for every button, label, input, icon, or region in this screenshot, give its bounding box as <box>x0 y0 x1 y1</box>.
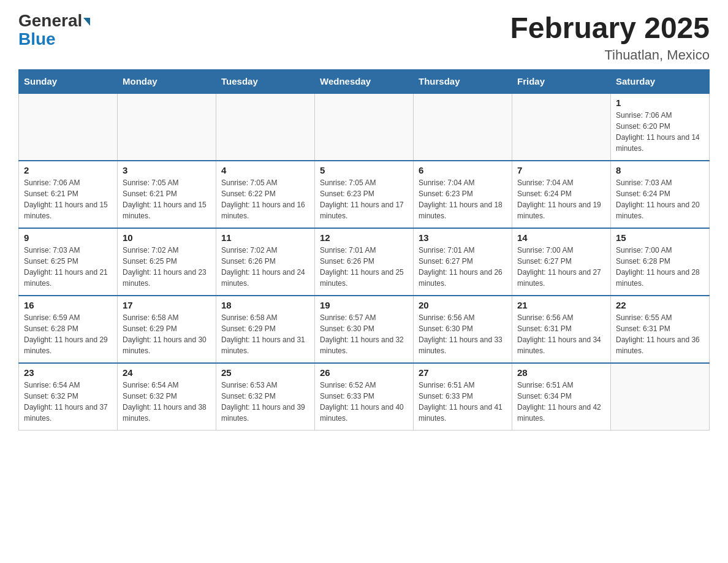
table-row: 25Sunrise: 6:53 AM Sunset: 6:32 PM Dayli… <box>216 363 315 431</box>
day-number: 7 <box>517 165 605 175</box>
calendar-table: Sunday Monday Tuesday Wednesday Thursday… <box>18 69 710 431</box>
day-number: 26 <box>320 367 408 378</box>
table-row: 23Sunrise: 6:54 AM Sunset: 6:32 PM Dayli… <box>19 363 118 431</box>
title-block: February 2025 Tihuatlan, Mexico <box>510 12 710 63</box>
calendar-week-row: 2Sunrise: 7:06 AM Sunset: 6:21 PM Daylig… <box>19 161 710 228</box>
day-number: 19 <box>320 300 408 310</box>
day-number: 1 <box>616 98 704 108</box>
table-row: 11Sunrise: 7:02 AM Sunset: 6:26 PM Dayli… <box>216 228 315 296</box>
table-row: 6Sunrise: 7:04 AM Sunset: 6:23 PM Daylig… <box>414 161 512 228</box>
calendar-week-row: 9Sunrise: 7:03 AM Sunset: 6:25 PM Daylig… <box>19 228 710 296</box>
table-row: 27Sunrise: 6:51 AM Sunset: 6:33 PM Dayli… <box>414 363 512 431</box>
table-row: 24Sunrise: 6:54 AM Sunset: 6:32 PM Dayli… <box>118 363 216 431</box>
day-number: 16 <box>24 300 112 310</box>
day-number: 21 <box>517 300 605 310</box>
col-sunday: Sunday <box>19 69 118 93</box>
col-wednesday: Wednesday <box>315 69 414 93</box>
table-row: 7Sunrise: 7:04 AM Sunset: 6:24 PM Daylig… <box>512 161 611 228</box>
day-number: 18 <box>221 300 309 310</box>
table-row <box>315 93 414 161</box>
table-row: 13Sunrise: 7:01 AM Sunset: 6:27 PM Dayli… <box>414 228 512 296</box>
day-info: Sunrise: 7:02 AM Sunset: 6:26 PM Dayligh… <box>221 245 309 289</box>
month-title: February 2025 <box>510 12 710 45</box>
table-row: 19Sunrise: 6:57 AM Sunset: 6:30 PM Dayli… <box>315 296 414 363</box>
table-row: 18Sunrise: 6:58 AM Sunset: 6:29 PM Dayli… <box>216 296 315 363</box>
calendar-header-row: Sunday Monday Tuesday Wednesday Thursday… <box>19 69 710 93</box>
day-info: Sunrise: 6:51 AM Sunset: 6:34 PM Dayligh… <box>517 380 605 424</box>
day-number: 14 <box>517 232 605 243</box>
day-number: 25 <box>221 367 309 378</box>
day-info: Sunrise: 7:03 AM Sunset: 6:25 PM Dayligh… <box>24 245 112 289</box>
day-info: Sunrise: 6:59 AM Sunset: 6:28 PM Dayligh… <box>24 312 112 356</box>
day-number: 5 <box>320 165 408 175</box>
table-row: 28Sunrise: 6:51 AM Sunset: 6:34 PM Dayli… <box>512 363 611 431</box>
table-row: 14Sunrise: 7:00 AM Sunset: 6:27 PM Dayli… <box>512 228 611 296</box>
day-number: 27 <box>419 367 507 378</box>
table-row <box>118 93 216 161</box>
day-info: Sunrise: 7:06 AM Sunset: 6:20 PM Dayligh… <box>616 110 704 154</box>
col-saturday: Saturday <box>611 69 710 93</box>
table-row: 17Sunrise: 6:58 AM Sunset: 6:29 PM Dayli… <box>118 296 216 363</box>
day-info: Sunrise: 7:00 AM Sunset: 6:27 PM Dayligh… <box>517 245 605 289</box>
col-friday: Friday <box>512 69 611 93</box>
day-info: Sunrise: 6:56 AM Sunset: 6:30 PM Dayligh… <box>419 312 507 356</box>
day-number: 15 <box>616 232 704 243</box>
day-number: 10 <box>123 232 211 243</box>
day-number: 17 <box>123 300 211 310</box>
table-row: 16Sunrise: 6:59 AM Sunset: 6:28 PM Dayli… <box>19 296 118 363</box>
day-info: Sunrise: 6:54 AM Sunset: 6:32 PM Dayligh… <box>123 380 211 424</box>
day-number: 12 <box>320 232 408 243</box>
logo-general: General <box>18 11 82 30</box>
day-info: Sunrise: 7:01 AM Sunset: 6:27 PM Dayligh… <box>419 245 507 289</box>
page-header: General Blue February 2025 Tihuatlan, Me… <box>18 12 710 63</box>
table-row: 8Sunrise: 7:03 AM Sunset: 6:24 PM Daylig… <box>611 161 710 228</box>
table-row: 3Sunrise: 7:05 AM Sunset: 6:21 PM Daylig… <box>118 161 216 228</box>
table-row: 21Sunrise: 6:56 AM Sunset: 6:31 PM Dayli… <box>512 296 611 363</box>
col-thursday: Thursday <box>414 69 512 93</box>
day-info: Sunrise: 7:04 AM Sunset: 6:24 PM Dayligh… <box>517 177 605 221</box>
table-row: 12Sunrise: 7:01 AM Sunset: 6:26 PM Dayli… <box>315 228 414 296</box>
day-info: Sunrise: 6:53 AM Sunset: 6:32 PM Dayligh… <box>221 380 309 424</box>
day-info: Sunrise: 7:05 AM Sunset: 6:23 PM Dayligh… <box>320 177 408 221</box>
col-tuesday: Tuesday <box>216 69 315 93</box>
day-info: Sunrise: 6:58 AM Sunset: 6:29 PM Dayligh… <box>123 312 211 356</box>
day-info: Sunrise: 6:55 AM Sunset: 6:31 PM Dayligh… <box>616 312 704 356</box>
day-info: Sunrise: 7:06 AM Sunset: 6:21 PM Dayligh… <box>24 177 112 221</box>
table-row: 4Sunrise: 7:05 AM Sunset: 6:22 PM Daylig… <box>216 161 315 228</box>
day-number: 20 <box>419 300 507 310</box>
table-row <box>216 93 315 161</box>
day-number: 22 <box>616 300 704 310</box>
day-info: Sunrise: 6:57 AM Sunset: 6:30 PM Dayligh… <box>320 312 408 356</box>
logo-triangle-icon <box>83 18 90 26</box>
table-row: 2Sunrise: 7:06 AM Sunset: 6:21 PM Daylig… <box>19 161 118 228</box>
logo-blue: Blue <box>18 29 56 49</box>
table-row: 20Sunrise: 6:56 AM Sunset: 6:30 PM Dayli… <box>414 296 512 363</box>
table-row: 15Sunrise: 7:00 AM Sunset: 6:28 PM Dayli… <box>611 228 710 296</box>
day-number: 3 <box>123 165 211 175</box>
table-row: 26Sunrise: 6:52 AM Sunset: 6:33 PM Dayli… <box>315 363 414 431</box>
table-row: 5Sunrise: 7:05 AM Sunset: 6:23 PM Daylig… <box>315 161 414 228</box>
day-info: Sunrise: 7:05 AM Sunset: 6:21 PM Dayligh… <box>123 177 211 221</box>
table-row <box>512 93 611 161</box>
day-info: Sunrise: 6:51 AM Sunset: 6:33 PM Dayligh… <box>419 380 507 424</box>
day-number: 24 <box>123 367 211 378</box>
table-row: 22Sunrise: 6:55 AM Sunset: 6:31 PM Dayli… <box>611 296 710 363</box>
day-info: Sunrise: 7:02 AM Sunset: 6:25 PM Dayligh… <box>123 245 211 289</box>
day-number: 11 <box>221 232 309 243</box>
day-number: 6 <box>419 165 507 175</box>
table-row <box>19 93 118 161</box>
col-monday: Monday <box>118 69 216 93</box>
calendar-week-row: 23Sunrise: 6:54 AM Sunset: 6:32 PM Dayli… <box>19 363 710 431</box>
day-number: 4 <box>221 165 309 175</box>
table-row <box>611 363 710 431</box>
logo: General Blue <box>18 12 90 49</box>
day-number: 23 <box>24 367 112 378</box>
day-number: 13 <box>419 232 507 243</box>
day-info: Sunrise: 7:01 AM Sunset: 6:26 PM Dayligh… <box>320 245 408 289</box>
day-info: Sunrise: 6:54 AM Sunset: 6:32 PM Dayligh… <box>24 380 112 424</box>
day-info: Sunrise: 7:03 AM Sunset: 6:24 PM Dayligh… <box>616 177 704 221</box>
day-info: Sunrise: 7:04 AM Sunset: 6:23 PM Dayligh… <box>419 177 507 221</box>
day-number: 8 <box>616 165 704 175</box>
table-row: 1Sunrise: 7:06 AM Sunset: 6:20 PM Daylig… <box>611 93 710 161</box>
day-number: 28 <box>517 367 605 378</box>
